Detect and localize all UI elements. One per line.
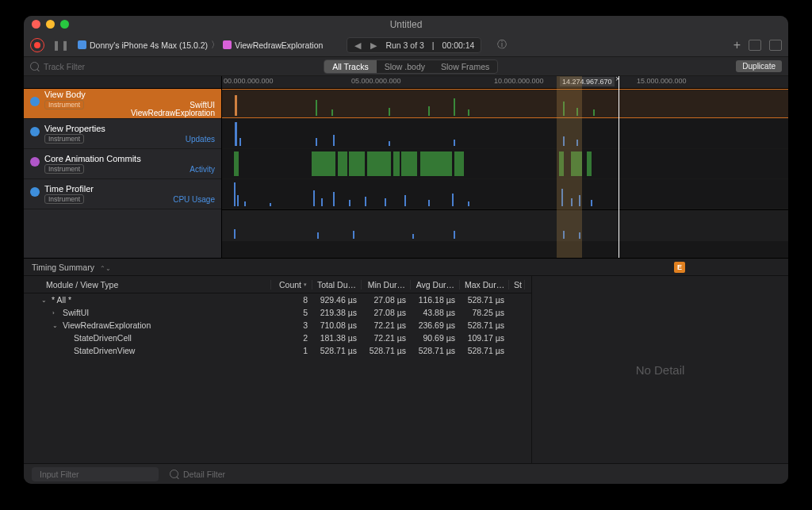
disclosure-icon[interactable]: ⌄ (41, 297, 48, 304)
track-dot-icon (30, 187, 40, 197)
extended-badge[interactable]: E (674, 262, 685, 273)
cell-avg: 236.69 µs (411, 320, 460, 330)
lane-time-profiler[interactable] (222, 179, 788, 209)
info-icon[interactable]: ⓘ (497, 38, 507, 52)
disclosure-icon[interactable]: › (52, 309, 59, 316)
cell-count: 3 (271, 320, 312, 330)
track-dot-icon (30, 127, 40, 136)
timing-table: Module / View Type Count▾ Total Du… Min … (24, 276, 531, 463)
instrument-badge: Instrument (44, 134, 84, 144)
cell-count: 5 (271, 308, 312, 317)
device-icon (78, 40, 86, 49)
col-count[interactable]: Count▾ (271, 280, 312, 290)
row-label: StateDrivenCell (74, 333, 132, 343)
table-row[interactable]: ⌄ViewRedrawExploration3710.08 µs72.21 µs… (24, 319, 531, 332)
instruments-window: Untitled ❚❚ Donny's iPhone 4s Max (15.0.… (24, 16, 788, 484)
instrument-badge: Instrument (44, 194, 84, 204)
col-min[interactable]: Min Dur… (362, 280, 411, 290)
table-row[interactable]: ⌄* All *8929.46 µs27.08 µs116.18 µs528.7… (24, 293, 531, 306)
track-right-label: SwiftUI (190, 101, 215, 109)
cell-count: 8 (271, 295, 312, 305)
instrument-badge: Instrument (44, 164, 84, 174)
cell-avg: 43.88 µs (411, 308, 460, 317)
detail-mode-selector[interactable]: Timing Summary ⌃⌄ (32, 263, 111, 272)
minimize-button[interactable] (46, 20, 55, 29)
cell-count: 1 (271, 346, 312, 355)
track-headers: View Body Instrument SwiftUI ViewRedrawE… (24, 76, 222, 258)
cell-avg: 528.71 µs (411, 346, 460, 355)
detail-pane: Timing Summary ⌃⌄ E Module / View Type C… (24, 259, 788, 463)
cell-max: 528.71 µs (460, 320, 509, 330)
row-label: SwiftUI (63, 308, 89, 317)
view-toggle-1[interactable] (749, 40, 761, 51)
ruler-tick: 10.000.000.000 (494, 77, 544, 85)
seg-slow-body[interactable]: Slow .body (377, 60, 433, 73)
track-head-time-profiler[interactable]: Time Profiler Instrument CPU Usage (24, 179, 221, 209)
table-row[interactable]: StateDrivenCell2181.38 µs72.21 µs90.69 µ… (24, 332, 531, 344)
col-max[interactable]: Max Dur… (460, 280, 509, 290)
cell-total: 710.08 µs (312, 320, 362, 330)
playhead[interactable] (619, 76, 619, 258)
disclosure-icon[interactable]: ⌄ (52, 322, 59, 329)
zoom-button[interactable] (60, 20, 69, 29)
cell-avg: 90.69 µs (411, 333, 460, 343)
run-selector[interactable]: ◀ ▶ Run 3 of 3 | 00:00:14 (347, 37, 481, 53)
detail-filter[interactable]: Detail Filter (170, 470, 225, 479)
no-detail-label: No Detail (636, 363, 685, 377)
cell-max: 78.25 µs (460, 308, 509, 317)
track-filter-input[interactable]: Track Filter (30, 62, 85, 71)
col-st[interactable]: St (509, 280, 525, 290)
lane-view-body[interactable] (222, 89, 788, 119)
traffic-lights (32, 20, 69, 29)
filter-bar: Track Filter All Tracks Slow .body Slow … (24, 57, 788, 76)
next-run-icon[interactable]: ▶ (370, 40, 377, 50)
app-icon (223, 40, 232, 49)
toolbar: ❚❚ Donny's iPhone 4s Max (15.0.2) 〉 View… (24, 33, 788, 57)
target-breadcrumb[interactable]: Donny's iPhone 4s Max (15.0.2) 〉 ViewRed… (78, 40, 323, 51)
col-module[interactable]: Module / View Type (41, 280, 271, 290)
track-right-label: CPU Usage (173, 195, 215, 204)
track-right-label-2: ViewRedrawExploration (131, 109, 215, 117)
pause-button[interactable]: ❚❚ (52, 40, 70, 51)
table-body[interactable]: ⌄* All *8929.46 µs27.08 µs116.18 µs528.7… (24, 293, 531, 463)
cell-total: 219.38 µs (312, 308, 362, 317)
track-head-view-properties[interactable]: View Properties Instrument Updates (24, 119, 221, 149)
lane-core-animation[interactable] (222, 149, 788, 179)
cell-count: 2 (271, 333, 312, 343)
prev-run-icon[interactable]: ◀ (354, 40, 362, 50)
detail-header: Timing Summary ⌃⌄ E (24, 259, 788, 276)
close-button[interactable] (32, 20, 40, 29)
ruler-tick: 15.000.000.000 (637, 77, 687, 85)
side-detail: No Detail (531, 276, 788, 463)
add-button[interactable]: + (733, 38, 741, 52)
row-label: StateDrivenView (74, 346, 135, 355)
time-ruler[interactable]: 00.000.000.000 05.000.000.000 10.000.000… (222, 76, 788, 89)
lane-view-properties[interactable] (222, 119, 788, 149)
input-filter[interactable]: Input Filter (32, 467, 159, 481)
cell-total: 181.38 µs (312, 333, 362, 343)
view-toggle-2[interactable] (769, 40, 782, 51)
time-selection[interactable] (557, 76, 582, 258)
chevron-right-icon: 〉 (211, 40, 220, 51)
record-button[interactable] (30, 38, 44, 52)
table-row[interactable]: StateDrivenView1528.71 µs528.71 µs528.71… (24, 344, 531, 357)
track-name: View Properties (44, 124, 215, 133)
seg-slow-frames[interactable]: Slow Frames (433, 60, 497, 73)
seg-all-tracks[interactable]: All Tracks (324, 60, 377, 73)
track-name: Core Animation Commits (44, 154, 215, 163)
filter-icon (30, 62, 39, 71)
col-avg[interactable]: Avg Dur… (411, 280, 460, 290)
updown-icon: ⌃⌄ (100, 265, 111, 272)
minimap[interactable] (222, 209, 788, 241)
track-lanes[interactable]: 00.000.000.000 05.000.000.000 10.000.000… (222, 76, 788, 258)
ruler-tick: 00.000.000.000 (224, 77, 274, 85)
track-right-label: Updates (186, 135, 215, 144)
cell-max: 528.71 µs (460, 295, 509, 305)
track-head-core-animation[interactable]: Core Animation Commits Instrument Activi… (24, 149, 221, 179)
table-row[interactable]: ›SwiftUI5219.38 µs27.08 µs43.88 µs78.25 … (24, 306, 531, 319)
duplicate-button[interactable]: Duplicate (736, 60, 782, 72)
col-total[interactable]: Total Du… (312, 280, 362, 290)
ruler-tick: 05.000.000.000 (351, 77, 401, 85)
cell-total: 929.46 µs (312, 295, 362, 305)
track-head-view-body[interactable]: View Body Instrument SwiftUI ViewRedrawE… (24, 89, 221, 119)
